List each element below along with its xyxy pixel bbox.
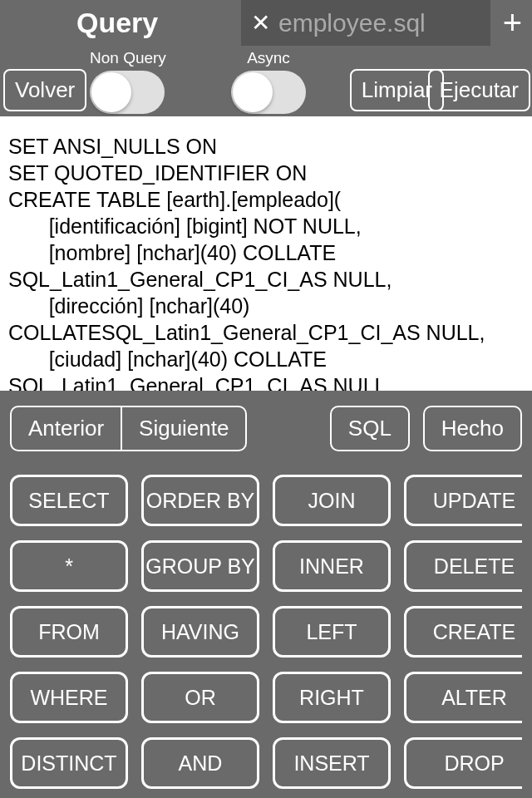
add-tab-icon[interactable]: + xyxy=(503,4,522,42)
sql-key-group-by[interactable]: GROUP BY xyxy=(141,540,259,592)
tab-filename: employee.sql xyxy=(278,9,426,37)
sql-key-and[interactable]: AND xyxy=(141,737,259,789)
async-toggle[interactable] xyxy=(231,71,306,114)
sql-key-create[interactable]: CREATE xyxy=(404,606,522,658)
next-button[interactable]: Siguiente xyxy=(121,406,247,451)
sql-key-distinct[interactable]: DISTINCT xyxy=(10,737,128,789)
sql-key--[interactable]: * xyxy=(10,540,128,592)
sql-key-update[interactable]: UPDATE xyxy=(404,475,522,526)
sql-key-inner[interactable]: INNER xyxy=(273,540,391,592)
sql-key-insert[interactable]: INSERT xyxy=(273,737,391,789)
close-icon[interactable]: ✕ xyxy=(251,9,270,37)
sql-keyboard: Anterior Siguiente SQL Hecho SELECTORDER… xyxy=(0,391,532,798)
sql-key-left[interactable]: LEFT xyxy=(273,606,391,658)
sql-key-right[interactable]: RIGHT xyxy=(273,672,391,723)
file-tab[interactable]: ✕ employee.sql xyxy=(241,0,490,46)
sql-key-from[interactable]: FROM xyxy=(10,606,128,658)
sql-mode-button[interactable]: SQL xyxy=(330,406,410,451)
prev-button[interactable]: Anterior xyxy=(10,406,121,451)
nonquery-toggle[interactable] xyxy=(90,71,165,114)
nonquery-label: Non Query xyxy=(90,49,166,67)
sql-key-delete[interactable]: DELETE xyxy=(404,540,522,592)
done-button[interactable]: Hecho xyxy=(423,406,522,451)
back-button[interactable]: Volver xyxy=(3,69,86,111)
sql-key-alter[interactable]: ALTER xyxy=(404,672,522,723)
sql-key-having[interactable]: HAVING xyxy=(141,606,259,658)
sql-editor[interactable]: SET ANSI_NULLS ON SET QUOTED_IDENTIFIER … xyxy=(0,116,532,391)
sql-key-where[interactable]: WHERE xyxy=(10,672,128,723)
sql-key-or[interactable]: OR xyxy=(141,672,259,723)
sql-key-join[interactable]: JOIN xyxy=(273,475,391,526)
sql-key-drop[interactable]: DROP xyxy=(404,737,522,789)
execute-button[interactable]: Ejecutar xyxy=(428,69,530,111)
page-title: Query xyxy=(76,7,158,39)
sql-key-select[interactable]: SELECT xyxy=(10,475,128,526)
sql-key-order-by[interactable]: ORDER BY xyxy=(141,475,259,526)
async-label: Async xyxy=(231,49,306,67)
